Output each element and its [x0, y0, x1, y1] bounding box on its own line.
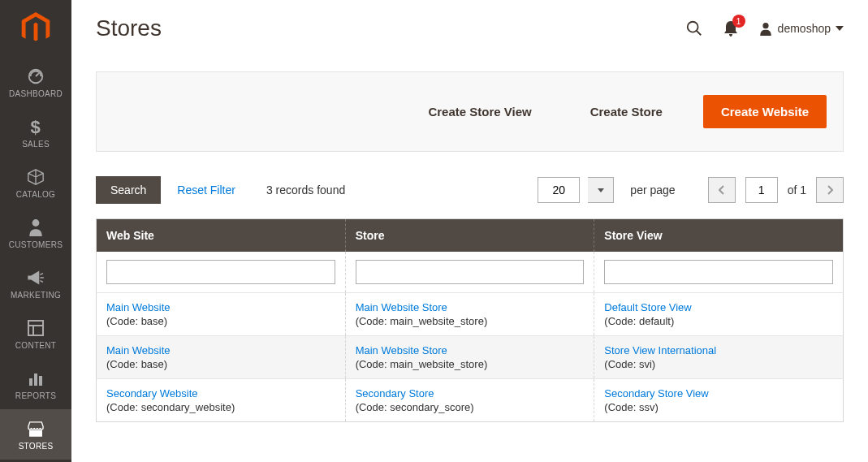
- prev-page-button[interactable]: [708, 177, 736, 203]
- page-size-control: per page: [538, 177, 675, 203]
- notifications-button[interactable]: 1: [723, 19, 739, 37]
- pager: of 1: [708, 177, 844, 203]
- nav-content[interactable]: CONTENT: [0, 309, 71, 359]
- table-row: Main Website(Code: base) Main Website St…: [97, 336, 844, 379]
- nav-label: CONTENT: [15, 341, 56, 350]
- store-view-link[interactable]: Store View International: [604, 344, 833, 356]
- search-grid-button[interactable]: Search: [96, 176, 161, 204]
- website-link[interactable]: Main Website: [106, 301, 335, 313]
- dashboard-icon: [27, 67, 45, 86]
- notification-count: 1: [732, 15, 745, 28]
- nav-dashboard[interactable]: DASHBOARD: [0, 57, 71, 107]
- nav-label: DASHBOARD: [9, 89, 63, 98]
- svg-point-9: [687, 22, 697, 32]
- header-actions: 1 demoshop: [685, 19, 844, 37]
- box-icon: [27, 167, 45, 187]
- records-found: 3 records found: [266, 184, 345, 196]
- nav-marketing[interactable]: MARKETING: [0, 258, 71, 309]
- chevron-down-icon: [836, 26, 844, 31]
- website-code: (Code: secondary_website): [106, 401, 235, 413]
- filter-store-view-input[interactable]: [604, 260, 833, 284]
- table-row: Secondary Website(Code: secondary_websit…: [97, 379, 844, 422]
- filter-store-input[interactable]: [356, 260, 585, 284]
- svg-text:$: $: [30, 118, 40, 136]
- megaphone-icon: [27, 268, 45, 287]
- filter-row: [97, 252, 844, 293]
- page-actions: Create Store View Create Store Create We…: [96, 71, 844, 152]
- table-row: Main Website(Code: base) Main Website St…: [97, 293, 844, 336]
- reset-filter-link[interactable]: Reset Filter: [177, 184, 235, 196]
- person-icon: [28, 218, 43, 237]
- col-header-website[interactable]: Web Site: [97, 219, 346, 253]
- col-header-store-view[interactable]: Store View: [594, 219, 844, 253]
- grid-controls: Search Reset Filter 3 records found per …: [96, 176, 844, 204]
- nav-label: CATALOG: [16, 190, 55, 199]
- store-code: (Code: secondary_score): [356, 401, 474, 413]
- svg-point-2: [32, 219, 40, 227]
- username: demoshop: [778, 22, 831, 35]
- page-total: of 1: [788, 184, 806, 196]
- create-store-button[interactable]: Create Store: [572, 95, 680, 128]
- svg-rect-8: [39, 376, 42, 386]
- nav-stores[interactable]: STORES: [0, 409, 71, 460]
- chevron-left-icon: [719, 185, 725, 195]
- store-link[interactable]: Main Website Store: [356, 344, 585, 356]
- nav-customers[interactable]: CUSTOMERS: [0, 208, 71, 258]
- store-link[interactable]: Secondary Store: [356, 387, 585, 399]
- nav-label: STORES: [19, 442, 54, 451]
- create-website-button[interactable]: Create Website: [703, 95, 827, 128]
- col-header-store[interactable]: Store: [345, 219, 594, 253]
- user-icon: [758, 21, 773, 36]
- page-header: Stores 1 demoshop: [96, 0, 844, 57]
- filter-website-input[interactable]: [106, 260, 335, 284]
- magento-logo[interactable]: [0, 0, 71, 57]
- svg-point-11: [762, 23, 768, 28]
- nav-reports[interactable]: REPORTS: [0, 359, 71, 409]
- nav-label: REPORTS: [15, 391, 56, 400]
- storefront-icon: [27, 419, 45, 438]
- chevron-down-icon: [598, 188, 604, 192]
- create-store-view-button[interactable]: Create Store View: [410, 95, 549, 128]
- svg-rect-7: [34, 373, 37, 386]
- nav-label: SALES: [22, 140, 50, 149]
- nav-label: CUSTOMERS: [9, 240, 63, 249]
- dollar-icon: $: [30, 117, 41, 136]
- store-code: (Code: main_website_store): [356, 315, 488, 327]
- website-code: (Code: base): [106, 315, 167, 327]
- main-content: Stores 1 demoshop Create Store View Crea…: [71, 0, 868, 462]
- nav-catalog[interactable]: CATALOG: [0, 158, 71, 208]
- stores-grid: Web Site Store Store View Main Website(C…: [96, 218, 844, 422]
- current-page-input[interactable]: [745, 177, 778, 203]
- svg-rect-6: [29, 378, 32, 386]
- store-code: (Code: main_website_store): [356, 358, 488, 370]
- store-view-link[interactable]: Secondary Store View: [604, 387, 833, 399]
- nav-label: MARKETING: [11, 291, 61, 300]
- layout-icon: [28, 318, 44, 338]
- per-page-label: per page: [630, 184, 675, 196]
- page-title: Stores: [96, 15, 685, 41]
- store-link[interactable]: Main Website Store: [356, 301, 585, 313]
- nav-sales[interactable]: $ SALES: [0, 107, 71, 158]
- svg-line-10: [696, 31, 701, 36]
- svg-rect-3: [28, 321, 43, 335]
- admin-sidebar: DASHBOARD $ SALES CATALOG CUSTOMERS MARK…: [0, 0, 71, 462]
- chevron-right-icon: [827, 185, 833, 195]
- website-link[interactable]: Secondary Website: [106, 387, 335, 399]
- store-view-code: (Code: default): [604, 315, 674, 327]
- store-view-code: (Code: ssv): [604, 401, 658, 413]
- store-view-code: (Code: svi): [604, 358, 655, 370]
- page-size-input[interactable]: [538, 177, 580, 203]
- bars-icon: [28, 369, 44, 388]
- magento-logo-icon: [21, 12, 50, 45]
- website-code: (Code: base): [106, 358, 167, 370]
- next-page-button[interactable]: [816, 177, 844, 203]
- user-menu[interactable]: demoshop: [758, 21, 844, 36]
- website-link[interactable]: Main Website: [106, 344, 335, 356]
- store-view-link[interactable]: Default Store View: [604, 301, 833, 313]
- search-icon: [685, 19, 703, 37]
- search-button[interactable]: [685, 19, 703, 37]
- page-size-dropdown[interactable]: [588, 177, 614, 203]
